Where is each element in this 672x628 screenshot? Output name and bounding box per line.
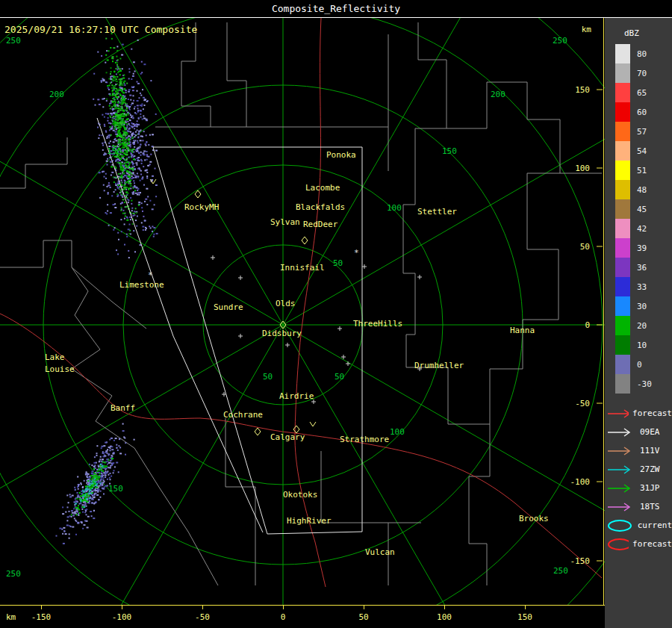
town-marker-icon (285, 343, 290, 347)
right-axis-tick-label: -150 (570, 556, 591, 566)
arrow-icon (606, 406, 629, 421)
scale-swatch (615, 161, 630, 180)
ring-distance-label: 100 (387, 203, 402, 213)
legend-panel: dBZ 807065605754514845423936333020100-30… (605, 18, 672, 628)
legend-label: 27ZW (640, 464, 660, 474)
place-label-brooks: Brooks (519, 514, 549, 523)
right-axis-tick-label: -100 (570, 477, 591, 487)
right-axis-unit: km (582, 25, 592, 34)
town-marker-icon (337, 326, 342, 331)
legend-label: 31JP (640, 483, 660, 493)
bottom-axis-tick-label: 50 (349, 612, 379, 622)
scale-swatch (615, 44, 630, 63)
ring-distance-label: 250 (6, 569, 21, 579)
scale-swatch (615, 238, 630, 258)
bottom-axis-tick (525, 606, 526, 609)
star-marker-icon: * (148, 270, 153, 280)
legend-item-forecast: forecast (605, 535, 672, 553)
bottom-axis-tick (202, 606, 203, 609)
scale-value: 45 (637, 205, 647, 214)
legend-item-27zw: 27ZW (605, 460, 672, 479)
scale-value: 80 (637, 49, 647, 59)
place-label-highriver: HighRiver (287, 516, 332, 526)
bottom-axis-tick (364, 606, 364, 609)
ring-distance-label: 250 (6, 36, 21, 46)
legend-item-18ts: 18TS (605, 497, 672, 516)
arrow-icon (606, 462, 636, 477)
place-label-innisfail: Innisfail (280, 263, 325, 273)
bottom-axis-tick-label: 150 (510, 612, 540, 622)
scale-row: 65 (605, 83, 672, 102)
map-column: 250250250250200200150150150100100505050 … (0, 18, 605, 628)
timestamp: 2025/09/21 16:27:10 UTC Composite (4, 24, 197, 35)
radar-site-marker-icon (255, 428, 261, 435)
scale-row: 57 (605, 122, 672, 141)
dbz-color-scale: 807065605754514845423936333020100-30 (605, 44, 672, 394)
place-label-sylvan: Sylvan (270, 217, 300, 227)
scale-row: 20 (605, 316, 672, 335)
ring-distance-label: 200 (491, 90, 505, 99)
scale-row: 42 (605, 219, 672, 238)
ellipse-icon (606, 537, 629, 552)
scale-swatch (615, 258, 630, 277)
scale-row: 33 (605, 277, 672, 296)
town-marker-icon (238, 276, 243, 280)
right-axis-tick-label: 50 (580, 242, 590, 252)
bottom-axis-tick (283, 606, 284, 609)
bottom-axis-tick-label: -100 (107, 612, 137, 622)
place-label-limestone: Limestone (119, 280, 164, 290)
scale-row: 70 (605, 63, 672, 83)
place-label-louise: Louise (45, 364, 75, 374)
place-label-stettler: Stettler (417, 207, 457, 217)
bottom-axis-tick-label: 100 (429, 612, 459, 622)
star-marker-icon: * (354, 248, 359, 258)
ring-distance-label: 50 (335, 372, 344, 382)
ellipse-icon (606, 518, 634, 533)
ring-distance-label: 150 (442, 146, 457, 156)
place-label-hanna: Hanna (510, 326, 535, 335)
place-label-cochrane: Cochrane (223, 410, 263, 420)
track-legend: forecast09EA111V27ZW31JP18TScurrentforec… (605, 404, 672, 553)
legend-label: 09EA (640, 427, 660, 437)
scale-value: 60 (637, 108, 647, 117)
legend-item-forecast: forecast (605, 404, 672, 423)
ring-distance-label: 250 (553, 36, 567, 46)
legend-label: current (638, 520, 672, 530)
radar-map[interactable]: 250250250250200200150150150100100505050 … (0, 18, 605, 605)
scale-value: 0 (637, 360, 642, 370)
scale-value: 10 (637, 341, 647, 350)
place-label-didsbury: Didsbury (262, 329, 302, 338)
scale-value: 33 (637, 282, 647, 292)
scale-value: 42 (637, 224, 647, 234)
place-label-olds: Olds (276, 299, 296, 308)
bottom-axis-unit: km (6, 612, 16, 622)
radar-map-canvas[interactable]: 250250250250200200150150150100100505050 … (0, 18, 605, 605)
ring-distance-label: 250 (553, 566, 568, 576)
scale-row: 45 (605, 199, 672, 219)
place-label-sundre: Sundre (214, 302, 243, 312)
echo-nw-band-outer (93, 40, 158, 258)
scale-row: 60 (605, 102, 672, 122)
legend-item-current: current (605, 516, 672, 535)
scale-row: 80 (605, 44, 672, 63)
scale-value: 51 (637, 166, 647, 175)
arrow-icon (606, 500, 636, 514)
bottom-axis-tick (444, 606, 445, 609)
town-marker-icon (417, 275, 422, 279)
right-axis-tick-label: -50 (575, 399, 590, 408)
scale-swatch (615, 141, 630, 161)
bottom-axis-tick-label: -50 (187, 612, 217, 622)
scale-swatch (615, 374, 630, 394)
scale-swatch (615, 63, 630, 83)
scale-value: 48 (637, 185, 647, 195)
scale-swatch (615, 122, 630, 141)
scale-row: 51 (605, 161, 672, 180)
arrow-icon (606, 444, 636, 458)
scale-row: -30 (605, 374, 672, 394)
scale-value: 65 (637, 88, 647, 98)
scale-value: 70 (637, 69, 647, 78)
scale-value: 54 (637, 146, 647, 156)
scale-swatch (615, 219, 630, 238)
content-area: 250250250250200200150150150100100505050 … (0, 18, 672, 628)
legend-item-09ea: 09EA (605, 423, 672, 441)
